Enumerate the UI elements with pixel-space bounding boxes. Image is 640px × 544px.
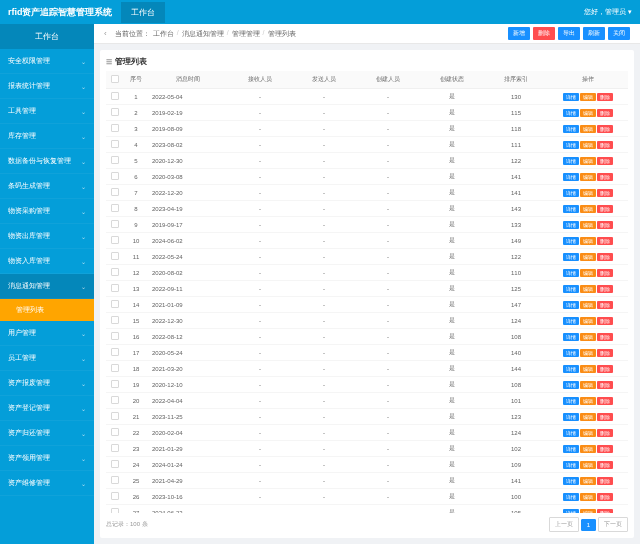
row-checkbox[interactable]: [111, 156, 119, 164]
next-page[interactable]: 下一页: [598, 517, 628, 532]
detail-button[interactable]: 详情: [563, 269, 579, 277]
edit-button[interactable]: 编辑: [580, 493, 596, 501]
table-wrap[interactable]: 序号消息时间接收人员发送人员创建人员创建状态排序索引操作 12022-05-04…: [106, 71, 628, 513]
row-delete-button[interactable]: 删除: [597, 461, 613, 469]
detail-button[interactable]: 详情: [563, 125, 579, 133]
detail-button[interactable]: 详情: [563, 429, 579, 437]
edit-button[interactable]: 编辑: [580, 349, 596, 357]
sidebar-item[interactable]: 物资采购管理⌄: [0, 199, 94, 224]
detail-button[interactable]: 详情: [563, 477, 579, 485]
row-delete-button[interactable]: 删除: [597, 109, 613, 117]
sidebar-item[interactable]: 资产登记管理⌄: [0, 396, 94, 421]
edit-button[interactable]: 编辑: [580, 429, 596, 437]
row-delete-button[interactable]: 删除: [597, 93, 613, 101]
row-delete-button[interactable]: 删除: [597, 477, 613, 485]
detail-button[interactable]: 详情: [563, 493, 579, 501]
detail-button[interactable]: 详情: [563, 333, 579, 341]
row-delete-button[interactable]: 删除: [597, 285, 613, 293]
row-checkbox[interactable]: [111, 316, 119, 324]
row-delete-button[interactable]: 删除: [597, 349, 613, 357]
row-delete-button[interactable]: 删除: [597, 365, 613, 373]
edit-button[interactable]: 编辑: [580, 157, 596, 165]
collapse-icon[interactable]: ‹: [104, 29, 107, 38]
row-checkbox[interactable]: [111, 220, 119, 228]
row-delete-button[interactable]: 删除: [597, 205, 613, 213]
detail-button[interactable]: 详情: [563, 285, 579, 293]
row-delete-button[interactable]: 删除: [597, 189, 613, 197]
detail-button[interactable]: 详情: [563, 141, 579, 149]
row-checkbox[interactable]: [111, 252, 119, 260]
row-checkbox[interactable]: [111, 444, 119, 452]
sidebar-item[interactable]: 资产维修管理⌄: [0, 471, 94, 496]
row-delete-button[interactable]: 删除: [597, 141, 613, 149]
row-checkbox[interactable]: [111, 124, 119, 132]
edit-button[interactable]: 编辑: [580, 109, 596, 117]
edit-button[interactable]: 编辑: [580, 173, 596, 181]
edit-button[interactable]: 编辑: [580, 317, 596, 325]
row-checkbox[interactable]: [111, 428, 119, 436]
row-checkbox[interactable]: [111, 412, 119, 420]
edit-button[interactable]: 编辑: [580, 413, 596, 421]
edit-button[interactable]: 编辑: [580, 189, 596, 197]
row-checkbox[interactable]: [111, 396, 119, 404]
edit-button[interactable]: 编辑: [580, 269, 596, 277]
row-delete-button[interactable]: 删除: [597, 173, 613, 181]
row-checkbox[interactable]: [111, 284, 119, 292]
edit-button[interactable]: 编辑: [580, 237, 596, 245]
detail-button[interactable]: 详情: [563, 381, 579, 389]
select-all-checkbox[interactable]: [111, 75, 119, 83]
edit-button[interactable]: 编辑: [580, 333, 596, 341]
row-checkbox[interactable]: [111, 460, 119, 468]
refresh-button[interactable]: 刷新: [583, 27, 605, 40]
add-button[interactable]: 新增: [508, 27, 530, 40]
edit-button[interactable]: 编辑: [580, 477, 596, 485]
edit-button[interactable]: 编辑: [580, 301, 596, 309]
header-tab[interactable]: 工作台: [121, 2, 165, 23]
delete-button[interactable]: 删除: [533, 27, 555, 40]
breadcrumb-item[interactable]: 管理管理: [232, 29, 260, 39]
sidebar-subitem[interactable]: 管理列表: [0, 299, 94, 321]
row-delete-button[interactable]: 删除: [597, 333, 613, 341]
edit-button[interactable]: 编辑: [580, 285, 596, 293]
detail-button[interactable]: 详情: [563, 189, 579, 197]
edit-button[interactable]: 编辑: [580, 221, 596, 229]
row-delete-button[interactable]: 删除: [597, 253, 613, 261]
edit-button[interactable]: 编辑: [580, 397, 596, 405]
row-delete-button[interactable]: 删除: [597, 413, 613, 421]
row-checkbox[interactable]: [111, 380, 119, 388]
row-delete-button[interactable]: 删除: [597, 317, 613, 325]
detail-button[interactable]: 详情: [563, 301, 579, 309]
sidebar-item[interactable]: 工具管理⌄: [0, 99, 94, 124]
row-checkbox[interactable]: [111, 140, 119, 148]
sidebar-item[interactable]: 数据备份与恢复管理⌄: [0, 149, 94, 174]
row-delete-button[interactable]: 删除: [597, 269, 613, 277]
prev-page[interactable]: 上一页: [549, 517, 579, 532]
detail-button[interactable]: 详情: [563, 253, 579, 261]
row-delete-button[interactable]: 删除: [597, 221, 613, 229]
edit-button[interactable]: 编辑: [580, 365, 596, 373]
detail-button[interactable]: 详情: [563, 349, 579, 357]
edit-button[interactable]: 编辑: [580, 93, 596, 101]
row-delete-button[interactable]: 删除: [597, 381, 613, 389]
export-button[interactable]: 导出: [558, 27, 580, 40]
row-checkbox[interactable]: [111, 332, 119, 340]
sidebar-item[interactable]: 资产归还管理⌄: [0, 421, 94, 446]
row-delete-button[interactable]: 删除: [597, 493, 613, 501]
detail-button[interactable]: 详情: [563, 365, 579, 373]
row-delete-button[interactable]: 删除: [597, 125, 613, 133]
row-delete-button[interactable]: 删除: [597, 397, 613, 405]
edit-button[interactable]: 编辑: [580, 253, 596, 261]
detail-button[interactable]: 详情: [563, 221, 579, 229]
detail-button[interactable]: 详情: [563, 93, 579, 101]
sidebar-item[interactable]: 库存管理⌄: [0, 124, 94, 149]
detail-button[interactable]: 详情: [563, 317, 579, 325]
sidebar-top[interactable]: 工作台: [0, 24, 94, 49]
row-checkbox[interactable]: [111, 492, 119, 500]
row-checkbox[interactable]: [111, 108, 119, 116]
sidebar-item[interactable]: 条码生成管理⌄: [0, 174, 94, 199]
row-checkbox[interactable]: [111, 188, 119, 196]
detail-button[interactable]: 详情: [563, 461, 579, 469]
row-delete-button[interactable]: 删除: [597, 157, 613, 165]
detail-button[interactable]: 详情: [563, 509, 579, 514]
row-checkbox[interactable]: [111, 236, 119, 244]
